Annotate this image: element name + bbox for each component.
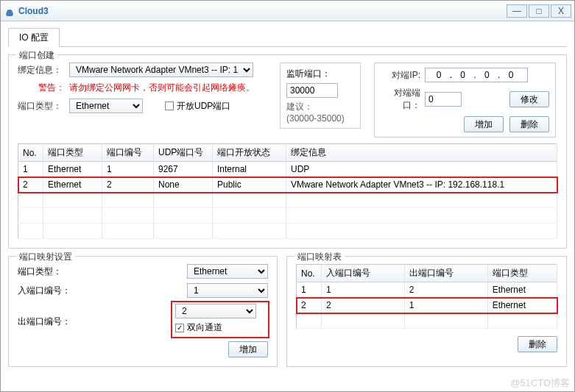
listen-port-input[interactable]	[286, 83, 338, 98]
bidir-checkbox[interactable]: ✓ 双向通道	[175, 321, 222, 334]
map-table-header: No. 入端口编号 出端口编号 端口类型	[297, 265, 557, 282]
listen-label: 监听端口：	[286, 68, 354, 80]
map-settings-legend: 端口映射设置	[16, 251, 75, 263]
warn-text: 请勿绑定公网网卡，否则可能会引起网络瘫痪。	[69, 82, 255, 94]
out-port-label: 出端口编号：	[18, 316, 91, 328]
title-bar: Cloud3 — □ X	[1, 1, 574, 21]
checkbox-icon	[165, 101, 174, 110]
delete-map-button[interactable]: 删除	[518, 336, 557, 352]
table-row: .	[18, 208, 557, 224]
peer-port-label: 对端端口：	[381, 87, 425, 112]
table-row[interactable]: 221Ethernet	[297, 298, 557, 313]
out-port-select[interactable]: 2	[175, 304, 256, 318]
close-button[interactable]: X	[551, 4, 571, 18]
port-type-label: 端口类型：	[18, 100, 69, 113]
modify-button[interactable]: 修改	[509, 91, 549, 107]
checkbox-icon: ✓	[175, 324, 184, 332]
table-row[interactable]: 2Ethernet2NonePublicVMware Network Adapt…	[18, 177, 557, 193]
watermark: @51CTO博客	[510, 377, 570, 390]
port-table[interactable]: No. 端口类型 端口编号 UDP端口号 端口开放状态 绑定信息 1Ethern…	[18, 143, 557, 239]
add-map-button[interactable]: 增加	[228, 341, 268, 357]
app-icon	[4, 5, 15, 17]
peer-ip-input[interactable]	[425, 68, 528, 82]
table-row: .	[18, 193, 557, 208]
open-udp-checkbox[interactable]: 开放UDP端口	[165, 100, 230, 113]
map-table[interactable]: No. 入端口编号 出端口编号 端口类型 112Ethernet 221Ethe…	[296, 264, 557, 329]
map-table-legend: 端口映射表	[294, 251, 345, 263]
add-port-button[interactable]: 增加	[464, 116, 504, 132]
maximize-button[interactable]: □	[529, 4, 549, 18]
map-type-label: 端口类型：	[18, 266, 91, 278]
port-create-group: 端口创建 绑定信息： VMware Network Adapter VMnet3…	[8, 54, 567, 249]
delete-port-button[interactable]: 删除	[509, 116, 549, 132]
in-port-select[interactable]: 1	[187, 283, 268, 298]
in-port-label: 入端口编号：	[18, 285, 91, 297]
port-type-select[interactable]: Ethernet	[69, 99, 143, 113]
port-table-header: No. 端口类型 端口编号 UDP端口号 端口开放状态 绑定信息	[18, 144, 557, 162]
minimize-button[interactable]: —	[507, 4, 527, 18]
listen-group: 监听端口： 建议： (30000-35000)	[280, 63, 361, 129]
peer-group: 对端IP: 对端端口： 修改 增加 删除	[374, 63, 556, 138]
table-row: .	[297, 313, 557, 329]
table-row: .	[18, 224, 557, 239]
bind-label: 绑定信息：	[18, 64, 69, 76]
table-row[interactable]: 112Ethernet	[297, 282, 557, 298]
peer-port-input[interactable]	[425, 92, 462, 107]
window-title: Cloud3	[18, 6, 505, 16]
tab-io-config[interactable]: IO 配置	[8, 28, 60, 47]
port-create-legend: 端口创建	[16, 49, 57, 62]
peer-ip-label: 对端IP:	[381, 69, 425, 82]
bind-select[interactable]: VMware Network Adapter VMnet3 -- IP: 192…	[69, 63, 253, 77]
map-settings-group: 端口映射设置 端口类型： Ethernet 入端口编号： 1 2 ✓ 双向通道	[8, 256, 278, 367]
table-row[interactable]: 1Ethernet19267InternalUDP	[18, 162, 557, 177]
map-type-select[interactable]: Ethernet	[187, 264, 268, 279]
tab-strip: IO 配置	[8, 27, 567, 47]
warn-label: 警告：	[18, 82, 69, 94]
map-table-group: 端口映射表 No. 入端口编号 出端口编号 端口类型 112Ethernet 2…	[286, 256, 567, 367]
